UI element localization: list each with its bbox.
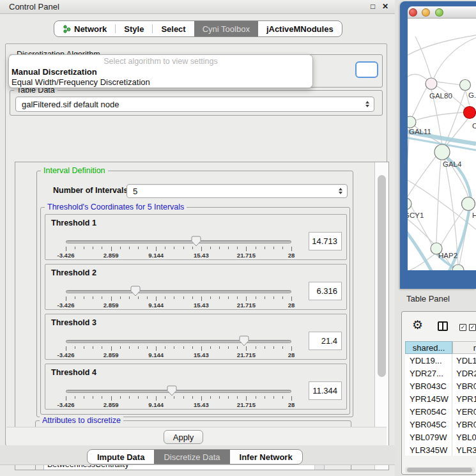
network-node-node-top-right[interactable]	[460, 80, 471, 91]
table-cell[interactable]: YDL19...	[405, 354, 452, 367]
slider-thumb[interactable]	[167, 385, 177, 396]
slider-thumb[interactable]	[191, 236, 201, 247]
table-row[interactable]: YBL079WYBL0	[405, 431, 476, 443]
tab-cyni-toolbox[interactable]: Cyni Toolbox	[194, 21, 258, 36]
slider-thumb[interactable]	[239, 335, 249, 346]
network-edge[interactable]	[445, 159, 458, 265]
slider-tick	[256, 247, 256, 249]
table-cell[interactable]: YER054C	[405, 405, 452, 418]
network-node-GAL11[interactable]	[408, 116, 416, 128]
slider-tick	[102, 346, 102, 349]
slider-tick	[174, 396, 174, 399]
slider-tick-label: 15.43	[187, 401, 215, 408]
threshold-value-field[interactable]: 14.713	[309, 232, 342, 250]
tab-infer-network[interactable]: Infer Network	[230, 450, 302, 464]
slider-thumb[interactable]	[130, 286, 141, 296]
network-edge[interactable]	[408, 74, 429, 81]
table-row[interactable]: YBR045CYBR0	[405, 418, 476, 431]
slider-tick	[120, 296, 121, 299]
table-cell[interactable]: YBR043C	[405, 380, 452, 392]
network-node-GAL80[interactable]	[426, 78, 437, 89]
close-icon[interactable]: ✕	[382, 2, 388, 11]
checkbox-icon[interactable]: ✓	[469, 324, 476, 331]
table-cell[interactable]: YLR345W	[405, 443, 452, 456]
network-node-node-bottom[interactable]	[452, 265, 464, 270]
network-canvas[interactable]: GAL80G.CGAL11GAL4GCY1HHAP2	[408, 19, 476, 270]
network-node-node-right-mid[interactable]	[462, 197, 475, 211]
table-cell[interactable]: YER0	[452, 405, 476, 418]
column-split-icon[interactable]	[438, 321, 448, 331]
threshold-value-field[interactable]: 6.316	[309, 282, 342, 300]
table-row[interactable]: YDR27...YDR2	[405, 367, 476, 380]
table-cell[interactable]: YDR27...	[405, 367, 452, 380]
table-cell[interactable]: YBL079W	[405, 431, 452, 443]
table-data-combobox[interactable]: galFiltered.sif default node	[15, 96, 374, 112]
checkbox-icon[interactable]: ✓	[459, 324, 466, 331]
slider-tick	[201, 247, 202, 251]
popup-option-equal-width-frequency[interactable]: Equal Width/Frequency Discretization	[12, 77, 150, 87]
network-node-GAL4[interactable]	[434, 144, 450, 160]
network-node-node-red[interactable]	[464, 107, 476, 119]
table-row[interactable]: YER054CYER0	[405, 405, 476, 418]
slider-tick	[237, 247, 238, 249]
gear-icon[interactable]: ⚙	[412, 318, 423, 332]
mac-minimize-button[interactable]	[422, 8, 430, 17]
table-row[interactable]: YDL19...YDL1	[405, 354, 476, 367]
tab-jactivemnodules[interactable]: jActiveMNodules	[258, 21, 342, 36]
slider-tick	[219, 247, 220, 249]
table-cell[interactable]: YBR0	[452, 380, 476, 392]
network-edge[interactable]	[412, 88, 427, 117]
network-edge[interactable]	[441, 209, 464, 245]
apply-button[interactable]: Apply	[164, 430, 203, 444]
table-cell[interactable]: YDR2	[452, 367, 476, 380]
network-edge[interactable]	[408, 35, 476, 57]
network-edge[interactable]	[408, 157, 436, 199]
slider-tick	[210, 346, 211, 349]
network-edge[interactable]	[434, 38, 476, 78]
table-cell[interactable]: YDL1	[452, 354, 476, 367]
tab-discretize-data[interactable]: Discretize Data	[154, 450, 229, 464]
table-column-header[interactable]: shared...	[405, 341, 452, 354]
table-row[interactable]: YLR345WYLR3	[405, 443, 476, 456]
table-cell[interactable]: YBR045C	[405, 418, 452, 431]
table-panel: ⚙ ✓ ✓ shared...na YDL19...YDL1YDR27...YD…	[401, 311, 476, 475]
table-cell[interactable]: YLR3	[452, 443, 476, 456]
table-hscrollbar-thumb[interactable]	[407, 468, 472, 472]
slider-tick	[84, 296, 84, 299]
table-cell[interactable]: YPR1	[452, 392, 476, 405]
table-row[interactable]: YPR145WYPR1	[405, 392, 476, 405]
popup-option-manual-discretization[interactable]: Manual Discretization	[12, 67, 97, 77]
slider-tick	[165, 346, 165, 349]
threshold-value-field[interactable]: 21.4	[309, 332, 342, 350]
network-view-window[interactable]: GAL80G.CGAL11GAL4GCY1HHAP2	[400, 1, 476, 289]
slider-tick	[273, 296, 274, 299]
mac-zoom-button[interactable]	[435, 8, 443, 17]
settings-scrollbar-thumb[interactable]	[378, 175, 386, 377]
settings-scrollbar[interactable]	[374, 162, 388, 470]
interval-definition-group: Interval Definition Number of Intervals …	[36, 171, 353, 417]
table-cell[interactable]: YBR0	[452, 418, 476, 431]
threshold-label: Threshold 2	[51, 268, 96, 277]
slider-track[interactable]	[66, 290, 291, 293]
table-column-header[interactable]: na	[452, 341, 476, 354]
float-window-icon[interactable]: □	[371, 2, 375, 11]
threshold-value-field[interactable]: 11.344	[309, 381, 342, 400]
algorithm-combobox-fragment[interactable]	[355, 61, 378, 78]
tab-select[interactable]: Select	[153, 21, 194, 36]
tab-style[interactable]: Style	[116, 21, 152, 36]
number-of-intervals-combobox[interactable]: 5	[127, 184, 348, 198]
table-row[interactable]: YBR043CYBR0	[405, 380, 476, 392]
slider-tick	[156, 296, 157, 301]
tab-impute-data[interactable]: Impute Data	[88, 450, 154, 464]
table-hscrollbar[interactable]	[405, 467, 475, 473]
mac-close-button[interactable]	[409, 8, 417, 17]
network-node-GCY1[interactable]	[408, 198, 411, 210]
tab-network[interactable]: Network	[54, 21, 115, 36]
network-edge[interactable]	[436, 82, 460, 85]
slider-track[interactable]	[66, 240, 291, 243]
network-edge[interactable]	[415, 36, 431, 78]
table-cell[interactable]: YBL0	[452, 431, 476, 443]
table-cell[interactable]: YPR145W	[405, 392, 452, 405]
slider-track[interactable]	[66, 340, 291, 343]
slider-track[interactable]	[66, 390, 291, 393]
